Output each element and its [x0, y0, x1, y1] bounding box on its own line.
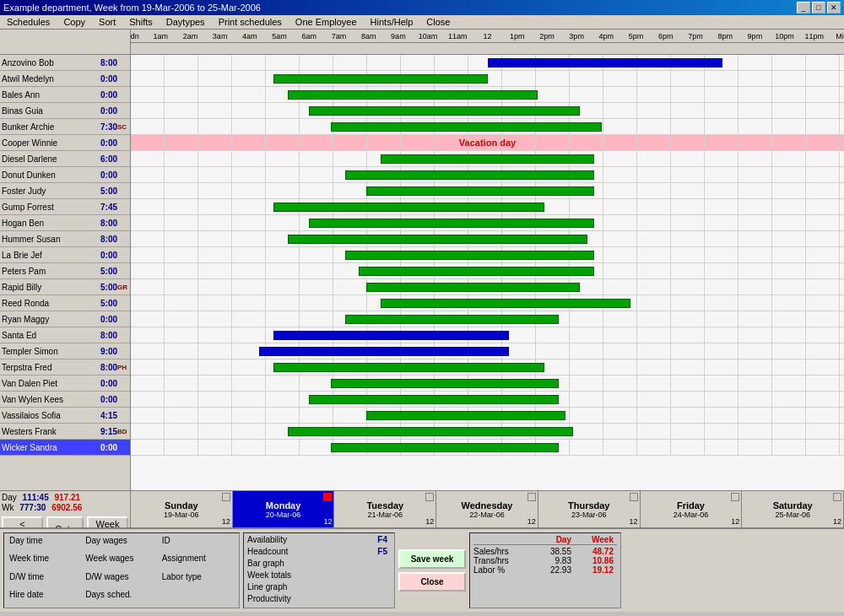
maximize-button[interactable]: □ — [812, 2, 825, 14]
daytypes-section: Day timeDay wagesIDWeek timeWeek wagesAs… — [3, 532, 240, 608]
day-number: 12 — [222, 517, 230, 526]
availability-row[interactable]: Bar graph — [247, 559, 391, 568]
schedule-bar-row — [131, 408, 844, 424]
employee-name: Hogan Ben — [2, 219, 88, 228]
day-cell-sunday[interactable]: Sunday19-Mar-0612 — [131, 491, 233, 527]
employee-row[interactable]: Bunker Archie7:30SC — [0, 119, 130, 135]
availability-row[interactable]: AvailabilityF4 — [247, 535, 391, 544]
daytype-item[interactable]: Days sched. — [84, 589, 159, 606]
name-column-header — [0, 30, 131, 54]
employee-hours: 0:00 — [88, 315, 117, 324]
day-nav-left: Day 111:45 917.21 Wk 777:30 6902.56 < We… — [0, 491, 131, 527]
menu-item-daytypes[interactable]: Daytypes — [163, 16, 208, 28]
employee-row[interactable]: Rapid Billy5:00GR — [0, 279, 130, 295]
employee-row[interactable]: Ryan Maggy0:00 — [0, 311, 130, 327]
day-cell-tuesday[interactable]: Tuesday21-Mar-0612 — [334, 491, 436, 527]
employee-name: Atwil Medelyn — [2, 74, 88, 84]
stats-data-row: Sales/hrs38.5548.72 — [473, 547, 617, 556]
day-cell-monday[interactable]: Monday20-Mar-0612 — [233, 491, 335, 527]
employee-row[interactable]: Cooper Winnie0:00 — [0, 135, 130, 151]
employee-row[interactable]: Wicker Sandra0:00 — [0, 440, 130, 456]
daytype-item[interactable]: ID — [160, 535, 235, 552]
stats-day-value: 38.55 — [533, 547, 575, 556]
employee-row[interactable]: Templer Simon9:00 — [0, 343, 130, 359]
employee-row[interactable]: Van Wylen Kees0:00 — [0, 392, 130, 408]
employee-badge: GR — [117, 284, 130, 291]
availability-label: Line graph — [247, 582, 391, 592]
menu-item-one-employee[interactable]: One Employee — [292, 16, 360, 28]
schedule-bar-row — [131, 119, 844, 135]
daytype-item[interactable]: D/W time — [8, 571, 83, 588]
availability-row[interactable]: Productivity — [247, 594, 391, 603]
employee-hours: 7:30 — [88, 122, 117, 132]
menu-item-sort[interactable]: Sort — [95, 16, 119, 28]
day-number: 12 — [323, 517, 332, 526]
availability-row[interactable]: Line graph — [247, 582, 391, 592]
wk-label: Wk — [2, 503, 14, 512]
time-label-7am: 7am — [332, 32, 347, 41]
employee-row[interactable]: Reed Ronda5:00 — [0, 295, 130, 311]
employee-row[interactable]: Peters Pam5:00 — [0, 263, 130, 279]
menu-item-close[interactable]: Close — [423, 16, 453, 28]
schedule-bar — [288, 427, 573, 436]
day-name: Saturday — [773, 500, 813, 511]
day-cell-friday[interactable]: Friday24-Mar-0612 — [641, 491, 743, 527]
daytype-item[interactable]: Week time — [8, 553, 83, 570]
employee-row[interactable]: Binas Guia0:00 — [0, 103, 130, 119]
day-name: Wednesday — [462, 500, 513, 511]
employee-row[interactable]: Terpstra Fred8:00PH — [0, 359, 130, 376]
menu-item-hints/help[interactable]: Hints/Help — [367, 16, 417, 28]
close-button[interactable]: ✕ — [827, 2, 841, 14]
employee-row[interactable]: Hummer Susan8:00 — [0, 231, 130, 247]
save-week-button[interactable]: Save week — [398, 549, 466, 569]
employee-row[interactable]: Van Dalen Piet0:00 — [0, 376, 130, 392]
daytype-item[interactable]: Day time — [8, 535, 83, 552]
schedule-bar — [309, 219, 594, 228]
day-number: 12 — [833, 517, 841, 526]
daytype-item[interactable]: Hire date — [8, 589, 83, 606]
employee-row[interactable]: Anzovino Bob8:00 — [0, 55, 130, 71]
close-button-bottom[interactable]: Close — [398, 572, 466, 592]
menu-item-schedules[interactable]: Schedules — [3, 16, 53, 28]
day-hours-value: 111:45 — [23, 493, 49, 502]
stats-label: Sales/hrs — [473, 547, 533, 556]
employee-row[interactable]: Gump Forrest7:45 — [0, 199, 130, 215]
employee-row[interactable]: Vassilaios Sofia4:15 — [0, 408, 130, 424]
schedule-bar — [359, 267, 594, 276]
stats-data-row: Trans/hrs9.8310.86 — [473, 556, 617, 565]
employee-row[interactable]: Hogan Ben8:00 — [0, 215, 130, 231]
daytype-item[interactable]: D/W wages — [84, 571, 159, 588]
availability-row[interactable]: HeadcountF5 — [247, 547, 391, 556]
employee-row[interactable]: Foster Judy5:00 — [0, 183, 130, 199]
employee-hours: 5:00 — [88, 283, 117, 292]
schedule-bar-row — [131, 247, 844, 263]
schedule-bar-row — [131, 151, 844, 167]
employee-row[interactable]: Santa Ed8:00 — [0, 327, 130, 343]
daytype-item[interactable]: Labor type — [160, 571, 235, 588]
employee-row[interactable]: Atwil Medelyn0:00 — [0, 71, 130, 87]
availability-row[interactable]: Week totals — [247, 570, 391, 580]
schedule-bar — [273, 363, 544, 372]
menu-item-shifts[interactable]: Shifts — [126, 16, 156, 28]
daytype-item[interactable]: Day wages — [84, 535, 159, 552]
minimize-button[interactable]: _ — [797, 2, 810, 14]
employee-row[interactable]: Donut Dunken0:00 — [0, 167, 130, 183]
menu-item-copy[interactable]: Copy — [60, 16, 89, 28]
employee-name: Foster Judy — [2, 186, 88, 196]
day-cell-wednesday[interactable]: Wednesday22-Mar-0612 — [436, 491, 538, 527]
employee-name: Anzovino Bob — [2, 58, 88, 68]
schedule-bar-row — [131, 295, 844, 311]
day-cell-thursday[interactable]: Thursday23-Mar-0612 — [538, 491, 641, 527]
employee-row[interactable]: Westers Frank9:15BD — [0, 424, 130, 440]
day-date: 23-Mar-06 — [571, 511, 607, 519]
employee-row[interactable]: Bales Ann0:00 — [0, 87, 130, 103]
day-number: 12 — [731, 517, 739, 526]
menu-item-print-schedules[interactable]: Print schedules — [215, 16, 285, 28]
daytype-item[interactable]: Assignment — [160, 553, 235, 570]
employee-row[interactable]: Diesel Darlene6:00 — [0, 151, 130, 167]
day-cell-saturday[interactable]: Saturday25-Mar-0612 — [742, 491, 844, 527]
employee-name: Donut Dunken — [2, 170, 88, 180]
daytype-item[interactable]: Week wages — [84, 553, 159, 570]
employee-row[interactable]: La Brie Jef0:00 — [0, 247, 130, 263]
day-number: 12 — [425, 517, 434, 526]
